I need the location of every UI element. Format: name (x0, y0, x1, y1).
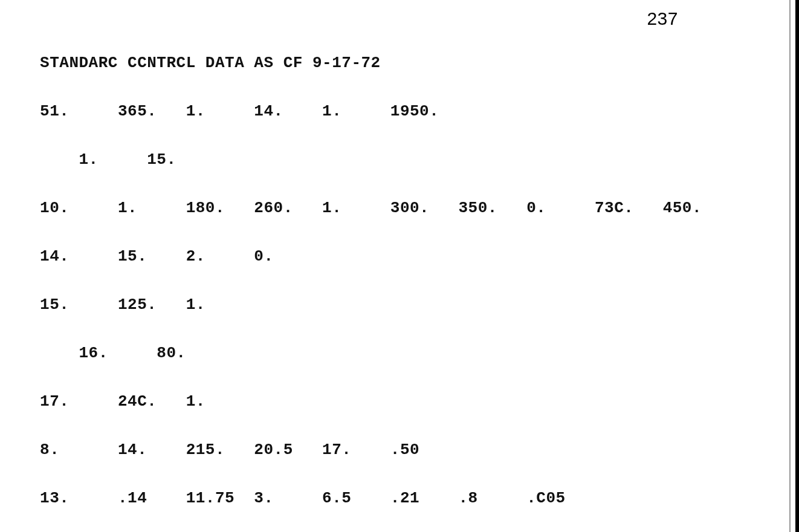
data-line: 16. 80. (30, 345, 711, 362)
data-line: 15. 125. 1. (30, 296, 711, 313)
page-edge-line (789, 0, 791, 532)
data-sheet: STANDARC CCNTRCL DATA AS CF 9-17-72 51. … (30, 23, 711, 532)
data-line: 13. .14 11.75 3. 6.5 .21 .8 .C05 (30, 490, 711, 507)
data-line: 51. 365. 1. 14. 1. 1950. (30, 103, 711, 120)
data-line: 1. 15. (30, 151, 711, 168)
page-edge-shadow (795, 0, 799, 532)
data-line: 14. 15. 2. 0. (30, 248, 711, 265)
data-line: 17. 24C. 1. (30, 393, 711, 410)
data-line: 8. 14. 215. 20.5 17. .50 (30, 441, 711, 458)
data-line: STANDARC CCNTRCL DATA AS CF 9-17-72 (30, 54, 711, 71)
data-line: 10. 1. 180. 260. 1. 300. 350. 0. 73C. 45… (30, 199, 711, 216)
